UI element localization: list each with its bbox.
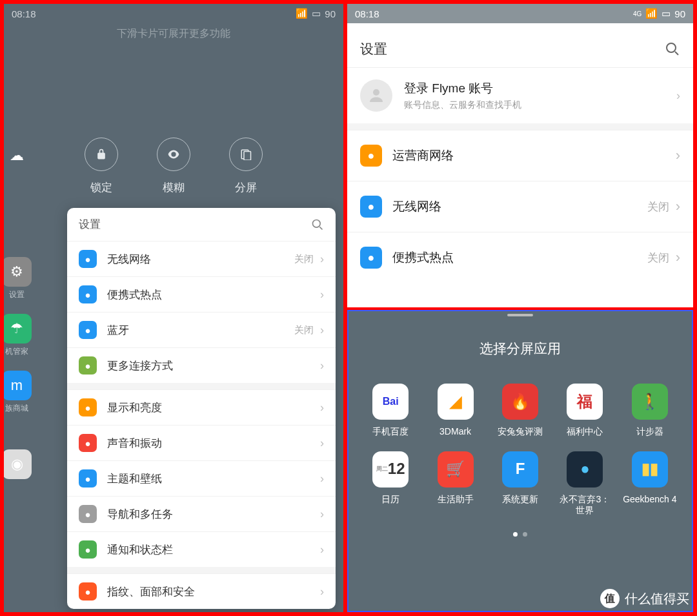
time: 08:18 [12,8,36,19]
avatar-icon [360,79,392,112]
row-label: 声音和振动 [107,436,162,451]
row-label: 主题和壁纸 [107,471,162,486]
swipe-hint: 下滑卡片可展开更多功能 [4,27,343,41]
side-app[interactable]: ☁ [4,141,36,173]
chevron-right-icon: › [320,323,324,337]
side-app[interactable]: ☂机管家 [4,314,36,357]
battery: 90 [674,8,685,19]
side-app[interactable]: m族商城 [4,371,36,414]
action-blur[interactable]: 模糊 [157,138,190,195]
split-app[interactable]: ●永不言弃3：世界 [556,451,614,516]
settings-row[interactable]: ●便携式热点› [67,276,336,312]
hotspot-icon: ● [79,285,97,303]
settings-row[interactable]: ●便携式热点关闭› [347,232,693,283]
row-label: 便携式热点 [107,287,162,302]
app-label: 3DMark [439,426,471,437]
row-value: 关闭 [294,324,314,336]
gear-icon: ⚙ [4,257,32,287]
sun-icon: ● [79,398,97,416]
side-app[interactable]: ⚙设置 [4,257,36,300]
split-app[interactable]: 🔥安兔兔评测 [491,384,549,437]
account-row[interactable]: 登录 Flyme 账号 账号信息、云服务和查找手机 › [347,67,693,123]
chevron-right-icon: › [320,288,324,302]
drag-handle[interactable] [507,314,533,316]
action-lock[interactable]: 锁定 [85,138,118,195]
settings-header: 设置 [347,28,693,67]
recent-actions: 锁定 模糊 分屏 [4,138,343,195]
split-app[interactable]: Bai手机百度 [361,384,419,437]
page-dot[interactable] [523,532,527,537]
fingerprint-icon: ● [79,582,97,601]
settings-row[interactable]: ●无线网络关闭› [347,181,693,232]
side-app-label: 设置 [9,289,25,300]
lock-icon [95,148,108,161]
store-icon: m [4,371,32,400]
split-app[interactable]: 🚶计步器 [621,384,679,437]
chevron-right-icon: › [320,436,324,450]
app-icon: 🚶 [632,384,668,420]
hotspot-icon: ● [360,247,382,269]
action-label: 锁定 [90,180,112,195]
left-screenshot: 08:18 📶 ▭ 90 下滑卡片可展开更多功能 锁定 模糊 分屏 ☁⚙设置☂机… [4,4,343,612]
chevron-right-icon: › [320,472,324,486]
sound-icon: ● [79,434,97,452]
link-icon: ● [79,356,97,375]
watermark-badge: 值 [600,589,620,608]
settings-row[interactable]: ●更多连接方式› [67,347,336,383]
watermark: 值 什么值得买 [600,589,689,608]
app-label: 系统更新 [502,494,538,505]
bluetooth-icon: ● [79,321,97,339]
chevron-right-icon: › [320,585,324,599]
settings-row[interactable]: ●运营商网络› [347,130,693,181]
split-app[interactable]: 福福利中心 [556,384,614,437]
page-dot[interactable] [513,532,518,537]
weather-icon: ☁ [4,141,32,170]
settings-row[interactable]: ●指纹、面部和安全› [67,573,336,609]
chevron-right-icon: › [320,401,324,415]
app-label: 生活助手 [438,494,474,505]
side-app[interactable]: ◉ [4,449,36,482]
action-split[interactable]: 分屏 [229,138,263,195]
split-app[interactable]: 🛒生活助手 [426,451,484,516]
app-label: 计步器 [636,426,663,437]
svg-rect-1 [244,152,251,161]
app-label: 永不言弃3：世界 [556,494,614,516]
settings-row[interactable]: ●通知和状态栏› [67,531,336,567]
settings-row[interactable]: ●无线网络关闭› [67,241,336,276]
nav-icon: ● [79,505,97,523]
chevron-right-icon: › [676,147,680,164]
app-icon: ▮▮ [632,451,668,488]
split-app[interactable]: 周二12日历 [361,451,419,516]
card-header: 设置 [67,208,336,241]
wifi-icon: ● [79,250,97,268]
split-app[interactable]: F系统更新 [491,451,549,516]
search-icon[interactable] [665,41,680,57]
signal-icon: 📶 [296,8,308,19]
app-icon: ● [567,451,603,488]
app-grid: Bai手机百度◢3DMark🔥安兔兔评测福福利中心🚶计步器周二12日历🛒生活助手… [348,384,692,515]
circle-icon: ◉ [4,449,32,479]
split-app[interactable]: ▮▮Geekbench 4 [621,451,679,516]
app-icon: 🔥 [502,384,538,420]
settings-row[interactable]: ●导航和多任务› [67,496,336,531]
row-value: 关闭 [647,251,669,265]
row-label: 无线网络 [107,252,151,267]
settings-row[interactable]: ●声音和振动› [67,425,336,460]
side-app-label: 族商城 [5,403,28,414]
row-label: 运营商网络 [392,147,454,164]
app-label: 安兔兔评测 [498,426,543,437]
carrier-icon: ● [360,145,382,167]
right-bot-screenshot: 选择分屏应用 Bai手机百度◢3DMark🔥安兔兔评测福福利中心🚶计步器周二12… [347,310,693,612]
row-value: 关闭 [647,200,669,214]
page-dots [348,532,692,537]
search-icon[interactable] [311,218,324,231]
action-label: 分屏 [235,180,257,195]
split-app[interactable]: ◢3DMark [426,384,484,437]
settings-row[interactable]: ●蓝牙关闭› [67,312,336,347]
chevron-right-icon: › [320,508,324,521]
settings-row[interactable]: ●显示和亮度› [67,389,336,425]
battery: 90 [325,8,336,19]
recent-card-settings[interactable]: 设置 ●无线网络关闭›●便携式热点›●蓝牙关闭›●更多连接方式›●显示和亮度›●… [67,208,336,609]
battery-icon: ▭ [312,8,321,19]
settings-row[interactable]: ●主题和壁纸› [67,460,336,496]
